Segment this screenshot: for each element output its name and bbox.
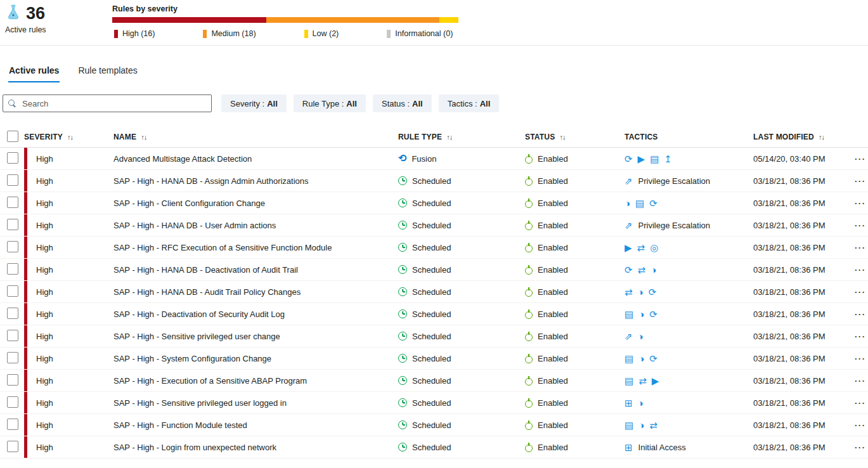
rule-type-label: Scheduled (412, 198, 451, 208)
defense-evasion-tactic-icon: ◑ (638, 287, 644, 297)
table-row[interactable]: HighSAP - High - System Configuration Ch… (0, 348, 868, 370)
table-row[interactable]: HighSAP - High - HANA DB - Audit Trail P… (0, 281, 868, 303)
table-row[interactable]: HighSAP - High - HANA DB - Deactivation … (0, 259, 868, 281)
tab-bar: Active rulesRule templates (0, 46, 868, 82)
status-label: Enabled (538, 287, 568, 297)
rule-type-label: Scheduled (412, 309, 451, 319)
filter-severity[interactable]: Severity : All (221, 94, 287, 112)
status-cell: Enabled (525, 243, 625, 252)
row-context-menu-button[interactable]: ··· (855, 176, 867, 186)
row-context-menu-button[interactable]: ··· (855, 354, 867, 363)
row-checkbox[interactable] (7, 174, 18, 186)
column-header-status[interactable]: STATUS↑↓ (525, 133, 625, 141)
tab-active-rules[interactable]: Active rules (8, 65, 60, 82)
row-checkbox[interactable] (7, 219, 18, 230)
row-context-menu-button[interactable]: ··· (855, 198, 867, 208)
legend-swatch-high (114, 30, 118, 38)
row-checkbox[interactable] (7, 419, 18, 430)
table-row[interactable]: HighSAP - High - Deactivation of Securit… (0, 303, 868, 325)
power-enabled-icon (525, 223, 533, 230)
row-context-menu-button[interactable]: ··· (855, 154, 867, 164)
severity-bar-segment-high (112, 17, 266, 23)
row-checkbox[interactable] (7, 152, 18, 164)
row-checkbox[interactable] (7, 285, 18, 297)
row-context-menu-button[interactable]: ··· (855, 287, 867, 297)
row-context-menu-button[interactable]: ··· (855, 309, 867, 319)
filter-value: All (412, 99, 423, 108)
search-box (3, 94, 212, 112)
row-context-menu-button[interactable]: ··· (855, 443, 867, 452)
column-header-label: RULE TYPE (398, 133, 442, 141)
sort-arrows-icon: ↑↓ (67, 133, 73, 141)
initial-access-tactic-icon: ⊞ (625, 398, 633, 408)
column-header-last-modified[interactable]: LAST MODIFIED↑↓ (753, 133, 855, 141)
row-checkbox[interactable] (7, 241, 18, 252)
select-all-checkbox[interactable] (7, 131, 18, 142)
filter-status[interactable]: Status : All (373, 94, 432, 112)
row-checkbox[interactable] (7, 441, 18, 452)
rule-name: SAP - High - Client Configuration Change (113, 198, 398, 208)
table-row[interactable]: HighSAP - High - Client Configuration Ch… (0, 192, 868, 214)
row-menu-cell: ··· (855, 309, 868, 319)
lateral-movement-tactic-icon: ⇄ (625, 287, 633, 297)
search-input[interactable] (21, 98, 206, 109)
row-context-menu-button[interactable]: ··· (855, 398, 867, 408)
severity-color-bar (24, 325, 27, 347)
power-enabled-icon (525, 156, 533, 164)
row-context-menu-button[interactable]: ··· (855, 243, 867, 252)
row-checkbox[interactable] (7, 330, 18, 341)
table-row[interactable]: HighAdvanced Multistage Attack Detection… (0, 148, 868, 170)
table-row[interactable]: HighSAP - High - Sensitive privileged us… (0, 325, 868, 348)
row-menu-cell: ··· (855, 332, 868, 341)
table-row[interactable]: HighSAP - High - HANA DB - User Admin ac… (0, 214, 868, 237)
row-context-menu-button[interactable]: ··· (855, 265, 867, 275)
column-header-severity[interactable]: SEVERITY↑↓ (24, 133, 113, 141)
row-checkbox[interactable] (7, 352, 18, 363)
table-row[interactable]: HighSAP - High - Execution of a Sensitiv… (0, 370, 868, 392)
table-row[interactable]: HighSAP - High - RFC Execution of a Sens… (0, 237, 868, 259)
severity-label: High (36, 198, 53, 208)
row-checkbox[interactable] (7, 197, 18, 208)
scheduled-clock-icon (398, 198, 407, 207)
row-context-menu-button[interactable]: ··· (855, 420, 867, 430)
column-header-tactics[interactable]: TACTICS (625, 133, 753, 141)
tactics-cell: ▤◑⟳ (625, 354, 753, 363)
status-cell: Enabled (525, 221, 625, 230)
table-row[interactable]: HighSAP - High - Login from unexpected n… (0, 436, 868, 458)
tab-rule-templates[interactable]: Rule templates (77, 65, 138, 82)
filter-rule-type[interactable]: Rule Type : All (294, 94, 366, 112)
row-context-menu-button[interactable]: ··· (855, 221, 867, 230)
active-rules-count-label: Active rules (5, 25, 112, 34)
table-row[interactable]: HighSAP - High - Function Module testedS… (0, 414, 868, 436)
analytics-active-rules-page: 36 Active rules Rules by severity High (… (0, 0, 868, 458)
severity-color-bar (24, 303, 27, 325)
last-modified: 03/18/21, 08:36 PM (753, 376, 855, 386)
table-row[interactable]: HighSAP - High - Sensitive privileged us… (0, 392, 868, 414)
column-header-rule-type[interactable]: RULE TYPE↑↓ (398, 133, 525, 141)
status-label: Enabled (538, 354, 568, 363)
column-header-name[interactable]: NAME↑↓ (113, 133, 398, 141)
severity-label: High (36, 309, 53, 319)
discovery-tactic-icon: ◎ (650, 243, 658, 252)
execution-tactic-icon: ▶ (625, 243, 632, 252)
status-label: Enabled (538, 221, 568, 230)
legend-label: Low (2) (313, 29, 339, 38)
filter-tactics[interactable]: Tactics : All (439, 94, 500, 112)
chart-title: Rules by severity (112, 4, 458, 13)
scheduled-clock-icon (398, 443, 407, 452)
row-menu-cell: ··· (855, 243, 868, 252)
severity-label: High (36, 398, 53, 408)
row-context-menu-button[interactable]: ··· (855, 332, 867, 341)
row-checkbox[interactable] (7, 396, 18, 408)
privilege-escalation-tactic-icon: ⇗ (625, 332, 633, 341)
persistence-tactic-icon: ⟳ (649, 354, 657, 363)
legend-swatch-low (304, 30, 308, 38)
persistence-tactic-icon: ⟳ (649, 287, 657, 297)
row-checkbox[interactable] (7, 263, 18, 275)
table-row[interactable]: HighSAP - High - HANA DB - Assign Admin … (0, 170, 868, 192)
row-checkbox[interactable] (7, 308, 18, 319)
row-checkbox[interactable] (7, 374, 18, 386)
execution-tactic-icon: ▶ (652, 376, 659, 386)
severity-cell: High (24, 170, 113, 192)
row-context-menu-button[interactable]: ··· (855, 376, 867, 386)
